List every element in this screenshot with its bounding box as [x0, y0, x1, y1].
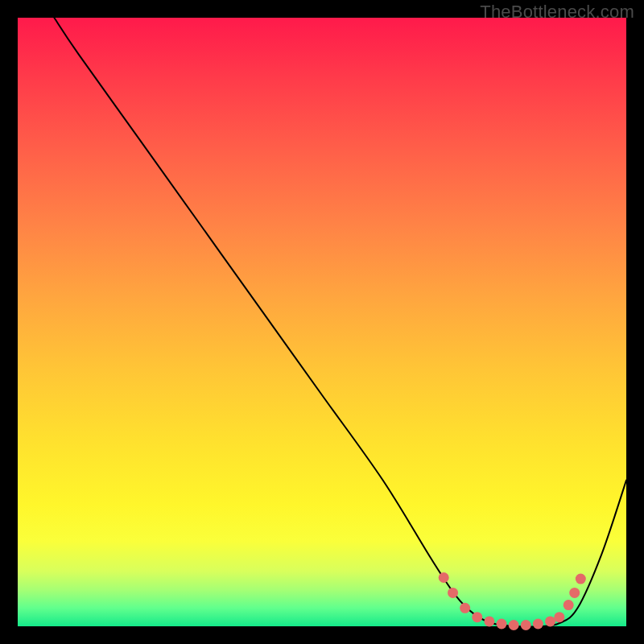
plot-area: [18, 18, 626, 626]
curve-line: [54, 18, 626, 626]
marker-dot: [509, 620, 519, 630]
marker-dot: [448, 588, 458, 598]
marker-dot: [484, 616, 494, 626]
marker-dot: [472, 612, 482, 622]
chart-svg: [18, 18, 626, 626]
marker-dot: [533, 618, 543, 629]
marker-dot: [439, 572, 449, 583]
marker-dot: [564, 600, 574, 610]
marker-dot: [545, 616, 555, 626]
attribution-text: TheBottleneck.com: [480, 2, 634, 23]
marker-dot: [569, 588, 580, 598]
marker-dot: [576, 574, 586, 584]
marker-dot: [497, 618, 507, 629]
marker-dot: [554, 612, 564, 622]
marker-dot: [521, 620, 531, 630]
marker-dot: [460, 603, 470, 613]
